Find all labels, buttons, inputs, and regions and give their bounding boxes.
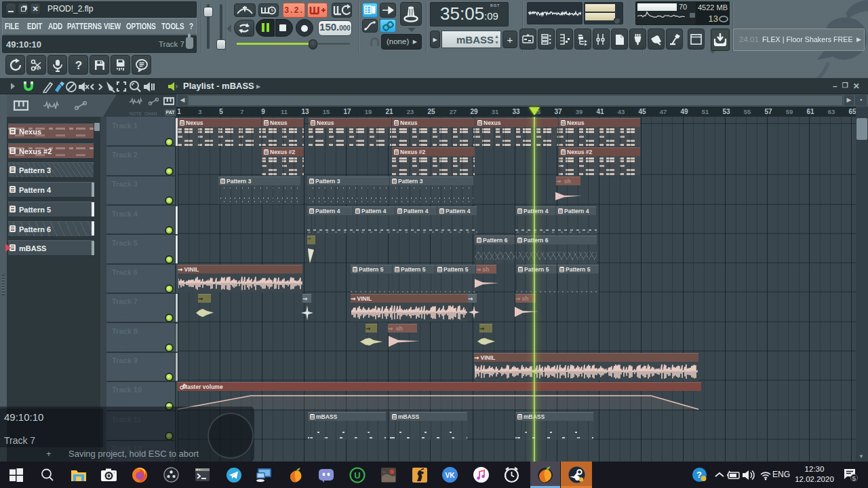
svg-text:U: U [354,470,360,481]
svg-text:?: ? [75,59,81,72]
svg-text:VK: VK [446,472,456,479]
svg-text:5: 5 [852,474,856,482]
